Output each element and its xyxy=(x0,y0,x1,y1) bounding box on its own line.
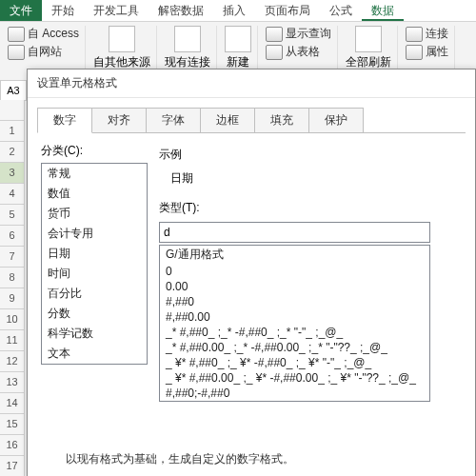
web-icon xyxy=(8,45,25,60)
tab-home[interactable]: 开始 xyxy=(42,0,84,21)
sample-label: 示例 xyxy=(159,147,462,163)
properties-button[interactable]: 属性 xyxy=(406,44,448,60)
category-list[interactable]: 常规数值货币会计专用日期时间百分比分数科学记数文本特殊自定义 xyxy=(41,163,148,365)
row-header[interactable]: 8 xyxy=(0,268,25,288)
category-item[interactable]: 时间 xyxy=(42,264,147,284)
format-cells-dialog: 设置单元格格式 数字 对齐 字体 边框 填充 保护 分类(C): 常规数值货币会… xyxy=(27,69,476,476)
refresh-icon xyxy=(355,26,382,52)
type-input[interactable] xyxy=(159,222,430,243)
link-icon xyxy=(406,27,423,42)
format-note: 以现有格式为基础，生成自定义的数字格式。 xyxy=(66,451,294,467)
row-header[interactable]: 12 xyxy=(0,351,25,372)
type-list-item[interactable]: 0.00 xyxy=(160,279,429,294)
tab-fill[interactable]: 填充 xyxy=(254,108,309,133)
query-icon xyxy=(266,27,283,42)
row-header[interactable]: 10 xyxy=(0,309,25,330)
tab-number[interactable]: 数字 xyxy=(37,108,92,133)
row-header[interactable]: 6 xyxy=(0,226,25,247)
type-list-item[interactable]: #,##0 xyxy=(160,294,429,309)
from-web-button[interactable]: 自网站 xyxy=(8,44,79,60)
category-item[interactable]: 分数 xyxy=(42,304,147,324)
type-list-item[interactable]: #,##0;[红色]-#,##0 xyxy=(160,401,429,402)
category-item[interactable]: 日期 xyxy=(42,244,147,264)
row-header[interactable]: 15 xyxy=(0,414,25,435)
row-header[interactable]: 14 xyxy=(0,393,25,414)
row-header[interactable]: 1 xyxy=(0,121,25,142)
type-list-item[interactable]: #,##0;-#,##0 xyxy=(160,386,429,401)
existing-conn-icon xyxy=(174,26,201,52)
dialog-title: 设置单元格格式 xyxy=(28,69,475,98)
row-header[interactable]: 3 xyxy=(0,163,25,184)
category-item[interactable]: 科学记数 xyxy=(42,324,147,344)
new-query-icon xyxy=(225,26,251,52)
tab-font[interactable]: 字体 xyxy=(146,108,201,133)
tab-formula[interactable]: 公式 xyxy=(320,0,362,21)
ribbon-tabs: 文件 开始 开发工具 解密数据 插入 页面布局 公式 数据 xyxy=(0,0,476,22)
tab-data[interactable]: 数据 xyxy=(362,0,404,21)
row-header[interactable] xyxy=(0,100,25,121)
row-header[interactable]: 2 xyxy=(0,142,25,163)
row-header[interactable]: 7 xyxy=(0,247,25,268)
from-access-button[interactable]: 自 Access xyxy=(8,26,79,42)
category-item[interactable]: 文本 xyxy=(42,344,147,364)
category-item[interactable]: 货币 xyxy=(42,204,147,224)
show-query-button[interactable]: 显示查询 xyxy=(266,26,331,42)
access-icon xyxy=(8,27,25,42)
row-header[interactable]: 17 xyxy=(0,456,25,476)
tab-file[interactable]: 文件 xyxy=(0,0,42,21)
row-header[interactable]: 4 xyxy=(0,184,25,205)
tab-align[interactable]: 对齐 xyxy=(91,108,147,133)
row-header[interactable]: 13 xyxy=(0,372,25,393)
row-header[interactable]: 5 xyxy=(0,205,25,226)
tab-layout[interactable]: 页面布局 xyxy=(255,0,320,21)
tab-protect[interactable]: 保护 xyxy=(308,108,364,133)
tab-dev[interactable]: 开发工具 xyxy=(84,0,149,21)
table-icon xyxy=(266,45,283,60)
category-item[interactable]: 特殊 xyxy=(42,364,147,365)
type-list-item[interactable]: _ ¥* #,##0_ ;_ ¥* -#,##0_ ;_ ¥* "-"_ ;_@… xyxy=(160,355,429,370)
type-list-item[interactable]: _* #,##0_ ;_* -#,##0_ ;_* "-"_ ;_@_ xyxy=(160,325,429,340)
category-item[interactable]: 数值 xyxy=(42,184,147,204)
tab-insert[interactable]: 插入 xyxy=(213,0,255,21)
type-list[interactable]: G/通用格式00.00#,##0#,##0.00_* #,##0_ ;_* -#… xyxy=(159,245,430,402)
category-item[interactable]: 会计专用 xyxy=(42,224,147,244)
type-label: 类型(T): xyxy=(159,200,462,216)
row-header[interactable]: 11 xyxy=(0,330,25,351)
tab-border[interactable]: 边框 xyxy=(200,108,255,133)
row-header[interactable]: 9 xyxy=(0,288,25,309)
tab-decrypt[interactable]: 解密数据 xyxy=(149,0,213,21)
row-header[interactable]: 16 xyxy=(0,435,25,456)
category-label: 分类(C): xyxy=(41,143,148,159)
category-item[interactable]: 常规 xyxy=(42,164,147,184)
type-list-item[interactable]: _ ¥* #,##0.00_ ;_ ¥* -#,##0.00_ ;_ ¥* "-… xyxy=(160,370,429,386)
type-list-item[interactable]: 0 xyxy=(160,264,429,279)
type-list-item[interactable]: G/通用格式 xyxy=(160,246,429,264)
name-box[interactable]: A3 xyxy=(0,80,27,101)
category-item[interactable]: 百分比 xyxy=(42,284,147,304)
prop-icon xyxy=(406,45,423,60)
type-list-item[interactable]: _* #,##0.00_ ;_* -#,##0.00_ ;_* "-"??_ ;… xyxy=(160,340,429,355)
connections-button[interactable]: 连接 xyxy=(406,26,448,42)
from-table-button[interactable]: 从表格 xyxy=(266,44,331,60)
dialog-tabbar: 数字 对齐 字体 边框 填充 保护 xyxy=(28,98,475,133)
type-list-item[interactable]: #,##0.00 xyxy=(160,309,429,325)
sample-value: 日期 xyxy=(159,169,462,196)
other-sources-icon xyxy=(109,26,135,52)
row-headers: 1234567891011121314151617 xyxy=(0,100,25,476)
